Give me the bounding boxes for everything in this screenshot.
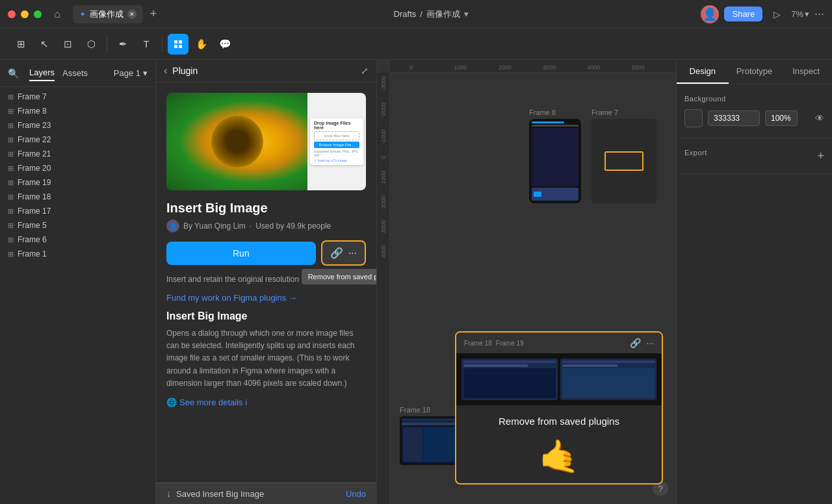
layer-item[interactable]: ⊞ Frame 23 xyxy=(0,118,155,132)
export-row: Export + xyxy=(684,149,824,163)
layer-item[interactable]: ⊞ Frame 17 xyxy=(0,204,155,218)
layer-name: Frame 7 xyxy=(18,92,148,101)
dialog-dropzone: Drop files here xyxy=(314,131,359,140)
canvas-area[interactable]: 0 1000 2000 3000 4000 5000 -3000 -2000 -… xyxy=(377,60,676,504)
plugin-title: Plugin xyxy=(172,66,356,76)
zoom-control[interactable]: 7% ▾ xyxy=(791,9,809,19)
hex-input[interactable] xyxy=(708,110,760,126)
more-options-button[interactable]: ··· xyxy=(814,7,824,21)
active-tab[interactable]: ✦ 画像作成 ✕ xyxy=(73,5,143,23)
layer-item[interactable]: ⊞ Frame 19 xyxy=(0,175,155,190)
avatar[interactable]: 👤 xyxy=(701,5,719,23)
plugin-name-section: Insert Big Image 👤 By Yuan Qing Lim · Us… xyxy=(156,201,376,240)
tab-close-button[interactable]: ✕ xyxy=(127,10,136,19)
thumb-bar xyxy=(532,125,578,127)
popup-frame-labels: Frame 18 Frame 19 xyxy=(464,340,625,347)
layer-item[interactable]: ⊞ Frame 20 xyxy=(0,161,155,175)
plugin-actions: Run 🔗 ··· Remove from saved plu xyxy=(156,240,376,273)
layer-item[interactable]: ⊞ Frame 6 xyxy=(0,233,155,247)
plugin-expand-button[interactable]: ⤢ xyxy=(361,66,369,76)
layer-name: Frame 1 xyxy=(18,249,148,258)
link-icon[interactable]: 🔗 xyxy=(330,247,343,259)
assets-tab[interactable]: Assets xyxy=(62,66,88,81)
layer-item[interactable]: ⊞ Frame 22 xyxy=(0,132,155,147)
svg-rect-3 xyxy=(179,45,182,48)
text-tool[interactable]: T xyxy=(136,34,157,55)
ruler-v-mark-4: 1000 xyxy=(380,171,387,184)
background-label: Background xyxy=(684,95,824,103)
shape-tool[interactable]: ⬡ xyxy=(81,34,101,55)
color-swatch[interactable] xyxy=(684,109,703,127)
page-selector[interactable]: Page 1 ▾ xyxy=(114,68,148,78)
more-options-icon[interactable]: ··· xyxy=(348,247,357,259)
frame-8-label: Frame 8 xyxy=(529,108,581,116)
frame-8-container: Frame 8 xyxy=(529,108,581,203)
opacity-input[interactable] xyxy=(765,110,798,126)
components-tool[interactable] xyxy=(168,34,188,55)
grid-tool[interactable]: ⊞ xyxy=(10,34,31,55)
plugin-fund-link[interactable]: Fund my work on Figma plugins → xyxy=(156,293,376,310)
frame-8-thumb xyxy=(529,119,581,203)
layer-item[interactable]: ⊞ Frame 7 xyxy=(0,90,155,104)
layer-item[interactable]: ⊞ Frame 8 xyxy=(0,104,155,118)
design-tab[interactable]: Design xyxy=(677,60,729,84)
svg-rect-1 xyxy=(179,40,182,44)
chevron-down-icon[interactable]: ▾ xyxy=(464,9,469,19)
ruler-mark-5000: 5000 xyxy=(632,64,676,71)
popup-remove-text: Remove from saved plugins xyxy=(456,405,662,438)
home-icon[interactable]: ⌂ xyxy=(49,6,65,22)
prototype-tab[interactable]: Prototype xyxy=(729,60,781,84)
layer-name: Frame 17 xyxy=(18,207,148,216)
frame-tool[interactable]: ⊡ xyxy=(57,34,78,55)
file-title: 画像作成 xyxy=(426,8,460,20)
left-panel: 🔍 Layers Assets Page 1 ▾ ⊞ Frame 7 ⊞ Fra… xyxy=(0,60,156,504)
comment-tool[interactable]: 💬 xyxy=(214,34,235,55)
layers-tab[interactable]: Layers xyxy=(29,65,55,81)
tool-group-left: ⊞ ↖ ⊡ ⬡ ✒ T ✋ 💬 xyxy=(10,34,235,55)
popup-more-icon[interactable]: ··· xyxy=(646,338,654,348)
ruler-v-mark-1: -2000 xyxy=(380,103,387,118)
add-export-button[interactable]: + xyxy=(817,149,824,163)
save-icon: ↓ xyxy=(166,488,171,499)
layer-item[interactable]: ⊞ Frame 1 xyxy=(0,247,155,261)
pen-tool[interactable]: ✒ xyxy=(112,34,133,55)
new-tab-button[interactable]: + xyxy=(146,6,161,22)
tabs: ✦ 画像作成 ✕ + xyxy=(73,5,161,23)
popup-thumb-1 xyxy=(462,359,558,400)
inspect-tab[interactable]: Inspect xyxy=(780,60,832,84)
background-row: 👁 xyxy=(684,109,824,127)
layer-name: Frame 8 xyxy=(18,107,148,116)
thumb-content xyxy=(532,128,578,186)
ruler-mark-4000: 4000 xyxy=(587,64,631,71)
layer-name: Frame 22 xyxy=(18,135,148,144)
layer-item[interactable]: ⊞ Frame 21 xyxy=(0,147,155,161)
author-avatar: 👤 xyxy=(166,220,179,233)
see-more-link[interactable]: 🌐 See more details i xyxy=(156,397,376,412)
share-button[interactable]: Share xyxy=(724,6,762,21)
minimize-button[interactable] xyxy=(21,10,29,18)
hand-tool[interactable]: ✋ xyxy=(191,34,212,55)
frame-7-label: Frame 7 xyxy=(592,108,656,116)
close-button[interactable] xyxy=(8,10,16,18)
layer-item[interactable]: ⊞ Frame 5 xyxy=(0,218,155,233)
run-button[interactable]: Run xyxy=(166,242,316,265)
layer-item[interactable]: ⊞ Frame 18 xyxy=(0,190,155,204)
frame-icon: ⊞ xyxy=(8,164,14,173)
left-panel-header: 🔍 Layers Assets Page 1 ▾ xyxy=(0,60,155,87)
ruler-v-mark-3: 0 xyxy=(380,156,387,159)
maximize-button[interactable] xyxy=(34,10,42,18)
cursor-tool[interactable]: ↖ xyxy=(34,34,55,55)
background-section: Background 👁 xyxy=(677,84,832,138)
action-menu[interactable]: 🔗 ··· xyxy=(321,240,366,266)
back-button[interactable]: ‹ xyxy=(164,65,167,77)
plugin-panel: ‹ Plugin ⤢ Drop Image Files here Dro xyxy=(156,60,377,504)
export-label: Export xyxy=(684,149,707,157)
search-icon[interactable]: 🔍 xyxy=(8,68,19,79)
present-button[interactable]: ▷ xyxy=(768,5,786,23)
layers-list: ⊞ Frame 7 ⊞ Frame 8 ⊞ Frame 23 ⊞ Frame 2… xyxy=(0,87,155,504)
ruler-horizontal: 0 1000 2000 3000 4000 5000 xyxy=(390,60,676,73)
popup-link-icon[interactable]: 🔗 xyxy=(630,338,641,348)
undo-button[interactable]: Undo xyxy=(346,489,366,499)
visibility-icon[interactable]: 👁 xyxy=(815,113,824,123)
frame-icon: ⊞ xyxy=(8,150,14,158)
